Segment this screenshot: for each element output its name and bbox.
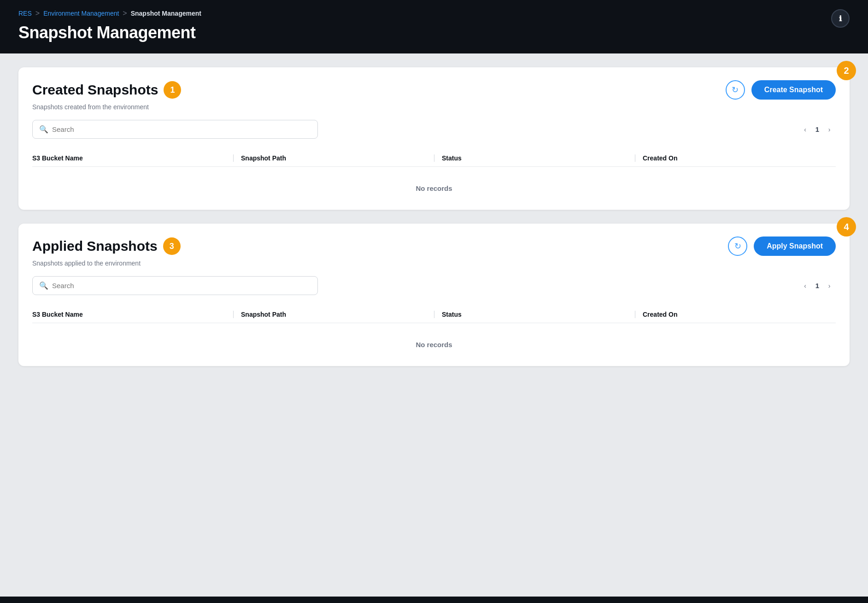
created-snapshots-page-number: 1 (815, 125, 819, 133)
applied-snapshots-actions: ↻ Apply Snapshot (728, 236, 836, 256)
created-snapshots-pagination: ‹ 1 › (799, 123, 836, 136)
applied-snapshots-card: 4 Applied Snapshots 3 ↻ Apply Snapshot S… (18, 224, 850, 366)
breadcrumb-env-management[interactable]: Environment Management (43, 10, 119, 17)
col-snapshot-path-2: Snapshot Path (233, 311, 434, 318)
header: RES > Environment Management > Snapshot … (0, 0, 868, 53)
breadcrumb-res[interactable]: RES (18, 10, 32, 17)
created-snapshots-search-wrapper: 🔍 (32, 120, 318, 139)
applied-snapshots-search-wrapper: 🔍 (32, 276, 318, 295)
page-title: Snapshot Management (18, 23, 850, 42)
breadcrumb-snapshot-management: Snapshot Management (131, 10, 201, 17)
created-snapshots-badge: 1 (164, 81, 181, 99)
applied-snapshots-no-records: No records (32, 328, 836, 353)
create-snapshot-button[interactable]: Create Snapshot (751, 80, 836, 100)
col-status-2: Status (434, 311, 635, 318)
applied-snapshots-search-container: 🔍 ‹ 1 › (32, 276, 836, 295)
created-snapshots-corner-badge: 2 (837, 61, 856, 80)
applied-snapshots-next-page[interactable]: › (823, 279, 836, 292)
applied-snapshots-search-input[interactable] (52, 282, 311, 290)
created-snapshots-prev-page[interactable]: ‹ (799, 123, 812, 136)
col-s3-bucket-name: S3 Bucket Name (32, 154, 233, 162)
col-status: Status (434, 154, 635, 162)
breadcrumb: RES > Environment Management > Snapshot … (18, 9, 850, 18)
search-icon: 🔍 (39, 125, 48, 134)
created-snapshots-card: 2 Created Snapshots 1 ↻ Create Snapshot … (18, 67, 850, 210)
created-snapshots-title-group: Created Snapshots 1 (32, 81, 181, 99)
applied-snapshots-subtitle: Snapshots applied to the environment (32, 260, 836, 267)
info-icon: ℹ (839, 14, 842, 23)
created-snapshots-header: Created Snapshots 1 ↻ Create Snapshot (32, 80, 836, 100)
col-created-on-2: Created On (635, 311, 836, 318)
created-snapshots-table-header: S3 Bucket Name Snapshot Path Status Crea… (32, 149, 836, 167)
main-content: 2 Created Snapshots 1 ↻ Create Snapshot … (0, 53, 868, 597)
applied-snapshots-prev-page[interactable]: ‹ (799, 279, 812, 292)
created-snapshots-refresh-button[interactable]: ↻ (726, 80, 745, 100)
search-icon-2: 🔍 (39, 281, 48, 290)
applied-snapshots-title-group: Applied Snapshots 3 (32, 237, 181, 255)
created-snapshots-no-records: No records (32, 171, 836, 197)
breadcrumb-sep-2: > (123, 9, 127, 18)
created-snapshots-title: Created Snapshots (32, 82, 158, 98)
created-snapshots-search-input[interactable] (52, 125, 311, 133)
created-snapshots-actions: ↻ Create Snapshot (726, 80, 836, 100)
created-snapshots-subtitle: Snapshots created from the environment (32, 103, 836, 111)
applied-snapshots-header: Applied Snapshots 3 ↻ Apply Snapshot (32, 236, 836, 256)
info-icon-button[interactable]: ℹ (831, 9, 850, 28)
created-snapshots-search-container: 🔍 ‹ 1 › (32, 120, 836, 139)
refresh-icon: ↻ (732, 85, 739, 95)
col-s3-bucket-name-2: S3 Bucket Name (32, 311, 233, 318)
applied-snapshots-title: Applied Snapshots (32, 238, 158, 254)
applied-snapshots-pagination: ‹ 1 › (799, 279, 836, 292)
applied-snapshots-table-header: S3 Bucket Name Snapshot Path Status Crea… (32, 305, 836, 323)
applied-snapshots-refresh-button[interactable]: ↻ (728, 236, 747, 256)
apply-snapshot-button[interactable]: Apply Snapshot (754, 236, 836, 256)
col-created-on: Created On (635, 154, 836, 162)
col-snapshot-path: Snapshot Path (233, 154, 434, 162)
applied-snapshots-page-number: 1 (815, 282, 819, 290)
created-snapshots-next-page[interactable]: › (823, 123, 836, 136)
refresh-icon-2: ↻ (734, 241, 741, 251)
breadcrumb-sep-1: > (35, 9, 40, 18)
applied-snapshots-badge: 3 (163, 237, 181, 255)
applied-snapshots-corner-badge: 4 (837, 217, 856, 236)
